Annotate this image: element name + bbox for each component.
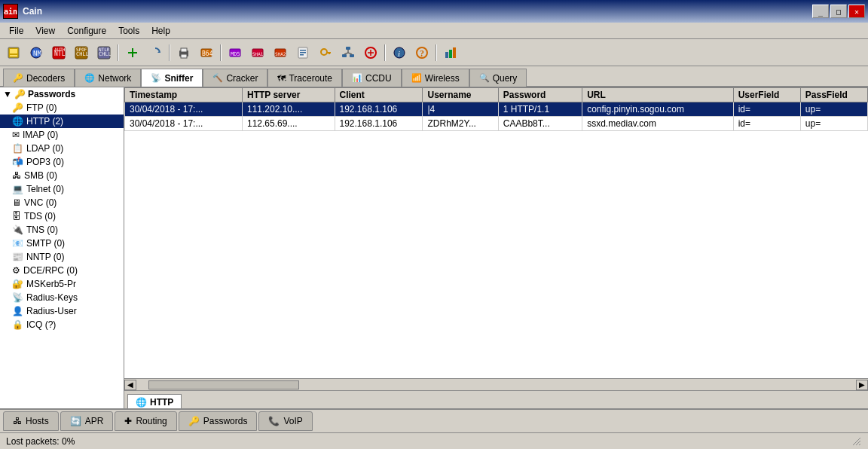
toolbar-btn-2[interactable]: NM [26, 43, 47, 63]
maximize-button[interactable]: □ [830, 5, 847, 18]
toolbar-btn-add[interactable] [122, 43, 143, 63]
toolbar-btn-cert[interactable] [292, 43, 313, 63]
cell-userfield: id= [733, 102, 800, 117]
bottom-tab-apr[interactable]: 🔄 APR [60, 411, 114, 431]
scroll-right-btn[interactable]: ▶ [856, 380, 868, 390]
toolbar-btn-chart[interactable] [440, 43, 461, 63]
tab-cracker[interactable]: 🔨 Cracker [203, 69, 267, 87]
tab-decoders[interactable]: 🔑 Decoders [3, 69, 75, 87]
tree-item-tns[interactable]: 🔌 TNS (0) [0, 223, 124, 237]
toolbar-btn-refresh[interactable] [145, 43, 166, 63]
minimize-button[interactable]: _ [812, 5, 829, 18]
toolbar-btn-4[interactable]: CHLLSPOF [71, 43, 92, 63]
menu-configure[interactable]: Configure [61, 24, 112, 38]
menu-tools[interactable]: Tools [112, 24, 145, 38]
tree-item-dcerpc[interactable]: ⚙ DCE/RPC (0) [0, 264, 124, 277]
tree-item-ftp[interactable]: 🔑 FTP (0) [0, 101, 124, 115]
bottom-tab-hosts[interactable]: 🖧 Hosts [3, 411, 59, 431]
bottom-tab-voip[interactable]: 📞 VoIP [258, 411, 312, 431]
tab-network[interactable]: 🌐 Network [75, 69, 141, 87]
title-bar: ain Cain _ □ ✕ [0, 0, 868, 23]
tree-item-http[interactable]: 🌐 HTTP (2) [0, 115, 124, 128]
toolbar-btn-key[interactable] [315, 43, 336, 63]
bottom-tab-passwords[interactable]: 🔑 Passwords [179, 411, 258, 431]
toolbar-sep-2 [169, 44, 170, 61]
bottom-tab-routing[interactable]: ✚ Routing [115, 411, 176, 431]
toolbar-btn-5[interactable]: CHLLNTLR [93, 43, 115, 63]
col-url[interactable]: URL [582, 88, 734, 102]
tree-root-passwords[interactable]: ▼ 🔑 Passwords [0, 87, 124, 101]
ftp-icon: 🔑 [12, 102, 23, 113]
col-passfield[interactable]: PassField [800, 88, 867, 102]
tree-item-smb[interactable]: 🖧 SMB (0) [0, 169, 124, 182]
left-panel-container: ▼ 🔑 Passwords 🔑 FTP (0) 🌐 HTTP (2) ✉ IMA… [0, 87, 124, 408]
tree-item-nntp[interactable]: 📰 NNTP (0) [0, 250, 124, 264]
smb-icon: 🖧 [12, 170, 21, 181]
svg-rect-36 [342, 54, 347, 57]
close-button[interactable]: ✕ [848, 5, 865, 18]
toolbar-btn-print[interactable] [173, 43, 194, 63]
tree-item-imap[interactable]: ✉ IMAP (0) [0, 128, 124, 142]
tree-item-radius-user-label: Radius-User [26, 306, 77, 316]
tab-ccdu[interactable]: 📊 CCDU [342, 69, 402, 87]
tree-item-vnc[interactable]: 🖥 VNC (0) [0, 196, 124, 209]
scroll-track[interactable] [136, 380, 856, 389]
scroll-left-btn[interactable]: ◀ [124, 380, 136, 390]
svg-rect-48 [445, 52, 448, 58]
icq-icon: 🔒 [12, 319, 23, 330]
cell-timestamp: 30/04/2018 - 17:... [125, 117, 243, 131]
sub-tab-http[interactable]: 🌐 HTTP [127, 394, 182, 408]
menu-view[interactable]: View [29, 24, 61, 38]
col-password[interactable]: Password [498, 88, 582, 102]
decoders-icon: 🔑 [13, 73, 23, 83]
toolbar-btn-3[interactable]: NTLAUTH [48, 43, 69, 63]
tab-traceroute[interactable]: 🗺 Traceroute [267, 69, 342, 87]
toolbar-btn-network[interactable] [338, 43, 359, 63]
tree-item-pop3[interactable]: 📬 POP3 (0) [0, 155, 124, 169]
tree-item-smtp[interactable]: 📧 SMTP (0) [0, 237, 124, 250]
svg-rect-31 [300, 54, 304, 56]
toolbar-btn-1[interactable] [3, 43, 24, 63]
toolbar-btn-sniff[interactable] [360, 43, 381, 63]
cell-password: 1 HTTP/1.1 [498, 102, 582, 117]
wireless-icon: 📶 [411, 73, 422, 83]
tree-item-tds[interactable]: 🗄 TDS (0) [0, 209, 124, 223]
table-row[interactable]: 30/04/2018 - 17:...112.65.69....192.168.… [125, 117, 868, 131]
table-row[interactable]: 30/04/2018 - 17:...111.202.10....192.168… [125, 102, 868, 117]
app-icon: ain [3, 4, 18, 19]
title-bar-left: ain Cain [3, 4, 42, 19]
toolbar-btn-sha1[interactable]: SHA1 [247, 43, 268, 63]
toolbar-btn-b64[interactable]: B64 [196, 43, 217, 63]
tree-item-radius-keys[interactable]: 📡 Radius-Keys [0, 291, 124, 304]
horizontal-scrollbar[interactable]: ◀ ▶ [124, 378, 868, 390]
tree-item-radius-user[interactable]: 👤 Radius-User [0, 304, 124, 318]
col-username[interactable]: Username [423, 88, 498, 102]
tree-item-ldap[interactable]: 📋 LDAP (0) [0, 142, 124, 155]
col-http-server[interactable]: HTTP server [242, 88, 335, 102]
col-userfield[interactable]: UserField [733, 88, 800, 102]
toolbar-sep-1 [118, 44, 119, 61]
cell-httpserver: 112.65.69.... [242, 117, 335, 131]
menu-file[interactable]: File [3, 24, 29, 38]
toolbar-btn-md5[interactable]: MD5 [225, 43, 246, 63]
tree-item-mskerb5[interactable]: 🔐 MSKerb5-Pr [0, 277, 124, 291]
tree-item-pop3-label: POP3 (0) [26, 157, 64, 167]
menu-help[interactable]: Help [145, 24, 176, 38]
toolbar-btn-info[interactable]: i [389, 43, 410, 63]
scroll-thumb[interactable] [148, 380, 299, 389]
col-client[interactable]: Client [335, 88, 423, 102]
toolbar-btn-help[interactable]: ? [411, 43, 432, 63]
cell-url: config.pinyin.sogou.com [582, 102, 734, 117]
tree-item-icq[interactable]: 🔒 ICQ (?) [0, 318, 124, 331]
sub-tab-http-icon: 🌐 [136, 397, 147, 408]
tree-item-telnet[interactable]: 💻 Telnet (0) [0, 182, 124, 196]
tab-network-label: Network [98, 73, 131, 84]
toolbar: NM NTLAUTH CHLLSPOF CHLLNTLR B64 MD5 SHA… [0, 39, 868, 66]
tab-query[interactable]: 🔍 Query [469, 69, 527, 87]
tds-icon: 🗄 [12, 211, 21, 221]
tab-sniffer[interactable]: 📡 Sniffer [141, 69, 203, 87]
toolbar-btn-sha2[interactable]: SHA2 [270, 43, 291, 63]
col-timestamp[interactable]: Timestamp [125, 88, 243, 102]
table-wrapper[interactable]: Timestamp HTTP server Client Username Pa… [124, 87, 868, 378]
tab-wireless[interactable]: 📶 Wireless [402, 69, 469, 87]
